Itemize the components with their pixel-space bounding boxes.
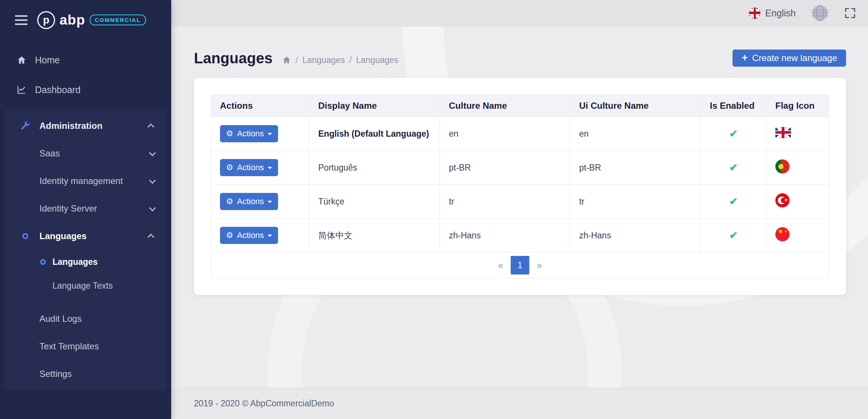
header-flag-icon: Flag Icon xyxy=(766,95,829,117)
cell-flag xyxy=(766,117,829,151)
cell-display-name: English (Default Language) xyxy=(309,117,440,151)
cell-is-enabled xyxy=(701,117,766,151)
sidebar-item-label: Saas xyxy=(39,148,60,159)
gear-icon xyxy=(226,163,233,172)
cell-flag xyxy=(766,151,829,185)
footer: 2019 - 2020 © AbpCommercialDemo xyxy=(171,388,868,419)
pagination-prev-button[interactable]: « xyxy=(492,260,509,271)
check-icon xyxy=(729,231,738,241)
cell-actions: Actions xyxy=(211,151,309,185)
header-is-enabled: Is Enabled xyxy=(701,95,766,117)
pagination: « 1 » xyxy=(214,256,826,274)
chevron-up-icon xyxy=(147,234,154,240)
cell-display-name: Türkçe xyxy=(309,185,440,219)
ring-icon xyxy=(20,233,31,239)
fullscreen-icon[interactable] xyxy=(844,7,856,19)
cell-culture-name: zh-Hans xyxy=(440,219,570,253)
language-switcher[interactable]: English xyxy=(749,7,796,19)
sidebar-item-label: Languages xyxy=(52,257,98,267)
home-icon xyxy=(16,55,27,65)
sidebar-item-audit-logs[interactable]: Audit Logs xyxy=(4,305,167,333)
copyright-text: 2019 - 2020 © AbpCommercialDemo xyxy=(194,399,334,409)
active-bullet-icon xyxy=(40,259,46,265)
uk-flag-icon xyxy=(749,7,760,19)
pagination-page-1-button[interactable]: 1 xyxy=(511,256,529,274)
sidebar-item-saas[interactable]: Saas xyxy=(4,140,167,167)
sidebar-item-identity-server[interactable]: Identity Server xyxy=(4,195,167,222)
languages-card: Actions Display Name Culture Name Ui Cul… xyxy=(194,78,846,295)
caret-down-icon xyxy=(268,167,272,171)
chart-line-icon xyxy=(16,85,27,95)
check-icon xyxy=(729,129,738,139)
check-icon xyxy=(729,163,738,173)
cell-ui-culture-name: tr xyxy=(570,185,701,219)
cell-flag xyxy=(766,219,829,253)
cell-culture-name: pt-BR xyxy=(440,151,570,185)
chevron-up-icon xyxy=(147,123,154,130)
check-icon xyxy=(729,197,738,207)
sidebar-item-administration[interactable]: Administration xyxy=(4,112,167,140)
abp-logo[interactable]: p abp COMMERCIAL xyxy=(37,11,146,29)
abp-logo-mark-icon: p xyxy=(37,11,55,29)
caret-down-icon xyxy=(268,201,272,205)
flag-tr-icon xyxy=(775,193,789,207)
row-actions-button[interactable]: Actions xyxy=(220,125,278,142)
cell-culture-name: en xyxy=(440,117,570,151)
header-actions: Actions xyxy=(211,95,309,117)
breadcrumb: Languages Languages xyxy=(282,55,398,65)
chevron-down-icon xyxy=(149,204,156,211)
header-culture-name: Culture Name xyxy=(440,95,570,117)
cell-ui-culture-name: zh-Hans xyxy=(570,219,701,253)
abp-logo-text: abp xyxy=(60,12,85,28)
cell-actions: Actions xyxy=(211,117,309,151)
sidebar-item-label: Audit Logs xyxy=(39,314,82,324)
hamburger-menu-icon[interactable] xyxy=(15,15,28,25)
row-actions-button[interactable]: Actions xyxy=(220,159,278,176)
flag-pt-icon xyxy=(775,159,789,174)
header-ui-culture-name: Ui Culture Name xyxy=(570,95,701,117)
header-display-name: Display Name xyxy=(309,95,440,117)
cell-actions: Actions xyxy=(211,185,309,219)
pagination-row: « 1 » xyxy=(211,253,829,278)
sidebar: p abp COMMERCIAL Home Dashboard Administ… xyxy=(0,0,171,419)
breadcrumb-home-icon[interactable] xyxy=(282,55,291,64)
sidebar-item-dashboard[interactable]: Dashboard xyxy=(0,75,171,105)
page-title: Languages xyxy=(194,50,272,67)
sidebar-item-home[interactable]: Home xyxy=(0,45,171,75)
pagination-next-button[interactable]: » xyxy=(531,260,548,271)
cell-is-enabled xyxy=(701,151,766,185)
sidebar-item-label: Administration xyxy=(39,121,102,131)
sidebar-item-label: Text Templates xyxy=(39,341,99,352)
cell-is-enabled xyxy=(701,185,766,219)
table-header-row: Actions Display Name Culture Name Ui Cul… xyxy=(211,95,829,117)
plus-icon: + xyxy=(741,53,747,63)
chevron-down-icon xyxy=(149,177,156,184)
sidebar-item-label: Settings xyxy=(39,369,72,379)
table-row: Actions Türkçe tr tr xyxy=(211,185,829,219)
sidebar-item-identity-management[interactable]: Identity management xyxy=(4,167,167,195)
sidebar-subitem-language-texts[interactable]: Language Texts xyxy=(4,274,167,298)
row-actions-button[interactable]: Actions xyxy=(220,227,278,244)
cell-ui-culture-name: pt-BR xyxy=(570,151,701,185)
cell-flag xyxy=(766,185,829,219)
sidebar-menu: Home Dashboard Administration Saas xyxy=(0,40,171,391)
breadcrumb-item[interactable]: Languages xyxy=(291,55,345,65)
sidebar-item-languages-parent[interactable]: Languages xyxy=(4,222,167,250)
cell-is-enabled xyxy=(701,219,766,253)
user-avatar[interactable] xyxy=(811,4,829,22)
sidebar-subitem-languages[interactable]: Languages xyxy=(4,250,167,274)
cell-actions: Actions xyxy=(211,219,309,253)
sidebar-item-label: Languages xyxy=(39,231,87,241)
sidebar-item-label: Dashboard xyxy=(35,85,80,95)
cell-ui-culture-name: en xyxy=(570,117,701,151)
row-actions-button[interactable]: Actions xyxy=(220,193,278,210)
create-new-language-button[interactable]: + Create new language xyxy=(733,50,846,67)
sidebar-item-label: Identity management xyxy=(39,176,123,186)
content: Languages Languages Languages + Create n… xyxy=(171,26,868,388)
flag-gb-icon xyxy=(775,127,791,138)
sidebar-item-settings[interactable]: Settings xyxy=(4,360,167,388)
gear-icon xyxy=(226,129,233,139)
sidebar-item-text-templates[interactable]: Text Templates xyxy=(4,333,167,360)
cell-display-name: 简体中文 xyxy=(309,219,440,253)
breadcrumb-item[interactable]: Languages xyxy=(345,55,398,65)
